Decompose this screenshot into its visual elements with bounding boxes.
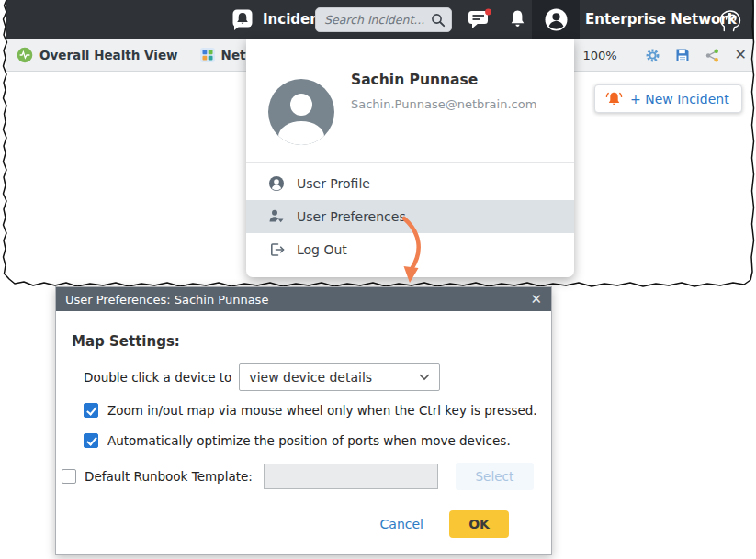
double-click-setting-row: Double click a device to view device det… <box>84 363 440 391</box>
incident-nav[interactable]: Incident <box>231 0 326 39</box>
close-icon: ✕ <box>735 48 747 62</box>
network-grid-icon <box>200 48 215 62</box>
logout-icon <box>268 241 285 258</box>
runbook-template-checkbox[interactable] <box>62 469 76 484</box>
chevron-down-icon <box>419 374 430 381</box>
zoom-wheel-checkbox[interactable] <box>84 403 98 418</box>
workspace-name: Enterprise Network <box>585 0 737 39</box>
menu-item-user-profile[interactable]: User Profile <box>246 167 574 200</box>
menu-item-log-out[interactable]: Log Out <box>246 233 574 266</box>
health-pulse-icon <box>17 47 33 63</box>
user-email: Sachin.Punnase@netbrain.com <box>351 97 536 111</box>
save-icon <box>675 48 690 62</box>
dialog-titlebar: User Preferences: Sachin Punnase ✕ <box>56 287 551 311</box>
optimize-ports-checkbox[interactable] <box>84 433 98 448</box>
domain-knowledge-button[interactable] <box>717 7 743 37</box>
alerts-button[interactable] <box>508 8 527 34</box>
map-toolbar-right: 100% <box>582 39 747 72</box>
dialog-footer: Cancel OK <box>380 510 509 538</box>
close-map-button[interactable]: ✕ <box>735 48 747 62</box>
notification-dot <box>485 9 491 16</box>
tab-overall-label: Overall Health View <box>39 48 178 62</box>
share-icon <box>705 48 720 63</box>
menu-item-user-preferences[interactable]: User Preferences <box>246 200 574 233</box>
user-name: Sachin Punnase <box>351 72 478 88</box>
user-preferences-dialog: User Preferences: Sachin Punnase ✕ Map S… <box>55 286 552 555</box>
chat-icon <box>468 8 492 30</box>
screenshot-stage: Incident <box>0 0 756 559</box>
ok-button[interactable]: OK <box>449 510 509 538</box>
dialog-close-button[interactable]: ✕ <box>530 291 542 307</box>
map-settings-heading: Map Settings: <box>72 333 180 350</box>
brain-head-icon <box>717 7 743 33</box>
optimize-ports-setting-row: Automatically optimize the position of p… <box>84 432 511 448</box>
runbook-template-input[interactable] <box>264 464 438 489</box>
user-account-button[interactable] <box>532 0 580 39</box>
avatar <box>268 79 334 145</box>
search-box <box>315 7 452 32</box>
workspace-label: Enterprise Network <box>585 11 737 28</box>
search-icon[interactable] <box>431 13 446 28</box>
menu-item-label: User Profile <box>297 176 370 191</box>
tab-overall-health-view[interactable]: Overall Health View <box>17 47 178 63</box>
dialog-title: User Preferences: Sachin Punnase <box>65 293 268 307</box>
zoom-level: 100% <box>582 49 616 62</box>
user-avatar-icon <box>544 7 569 32</box>
runbook-select-button[interactable]: Select <box>456 463 534 490</box>
top-navigation-bar: Incident <box>6 0 754 39</box>
incident-bell-orange-icon <box>604 89 624 108</box>
share-map-button[interactable] <box>705 48 720 63</box>
bell-icon <box>508 8 527 30</box>
save-map-button[interactable] <box>675 48 690 62</box>
incident-bell-icon <box>231 8 254 31</box>
map-settings-button[interactable] <box>645 48 660 63</box>
menu-item-label: Log Out <box>297 242 347 257</box>
zoom-wheel-label: Zoom in/out map via mouse wheel only whe… <box>107 403 537 418</box>
user-dropdown-menu: Sachin Punnase Sachin.Punnase@netbrain.c… <box>246 39 574 277</box>
search-input[interactable] <box>324 13 431 27</box>
close-icon: ✕ <box>530 291 542 307</box>
new-incident-label: + New Incident <box>630 92 729 106</box>
menu-item-label: User Preferences <box>297 209 406 224</box>
menu-divider <box>246 162 574 163</box>
dialog-body: Map Settings: Double click a device to v… <box>56 311 551 556</box>
messages-button[interactable] <box>468 8 492 34</box>
runbook-template-label: Default Runbook Template: <box>85 469 253 484</box>
double-click-select[interactable]: view device details <box>239 363 440 391</box>
new-incident-button[interactable]: + New Incident <box>594 84 742 113</box>
optimize-ports-label: Automatically optimize the position of p… <box>107 433 511 448</box>
user-settings-icon <box>268 208 285 225</box>
runbook-template-row: Default Runbook Template: Select <box>62 463 534 490</box>
cancel-button[interactable]: Cancel <box>380 517 423 531</box>
gear-icon <box>645 48 660 63</box>
select-value: view device details <box>249 370 372 385</box>
zoom-wheel-setting-row: Zoom in/out map via mouse wheel only whe… <box>84 402 537 418</box>
double-click-label: Double click a device to <box>84 370 231 385</box>
user-icon <box>268 175 285 192</box>
